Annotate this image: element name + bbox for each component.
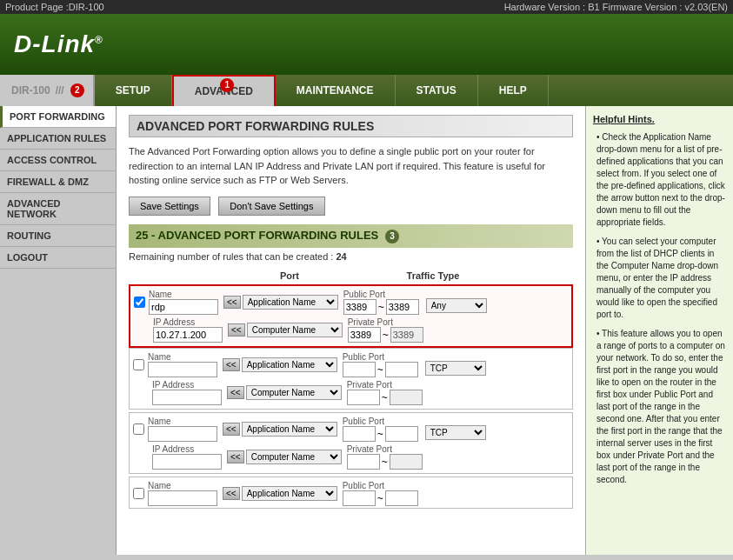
tab-status[interactable]: STATUS	[396, 75, 478, 106]
rule1-private-port-from[interactable]	[348, 327, 381, 343]
rule1-public-tilde: ~	[378, 301, 384, 313]
firmware-version-label: Hardware Version : B1 Firmware Version :…	[504, 2, 728, 12]
rule4-public-port-section: Public Port ~	[343, 481, 418, 506]
sidebar-item-logout[interactable]: LOGOUT	[0, 247, 116, 269]
rule2-app-dropdown[interactable]: Application Name	[242, 357, 337, 372]
header: D-Link®	[0, 14, 733, 75]
rule3-app-arrow[interactable]: <<	[223, 423, 240, 436]
nav-separator: ///	[56, 84, 64, 97]
rule1-public-port-inputs: ~	[343, 299, 419, 315]
rule2-ip-input[interactable]	[152, 390, 222, 405]
rule3-public-port-inputs: ~	[343, 426, 418, 442]
rule2-private-tilde: ~	[382, 391, 388, 403]
rule4-public-port-to[interactable]	[385, 490, 418, 506]
hint-3: This feature allows you to open a range …	[593, 328, 726, 486]
rule3-checkbox[interactable]	[133, 423, 144, 435]
rule-row-3: Name << Application Name Public Port ~	[129, 412, 573, 474]
rule1-checkbox[interactable]	[134, 297, 145, 308]
rule2-ip-row: IP Address << Computer Name Private Port…	[152, 380, 569, 405]
hints-panel: Helpful Hints. Check the Application Nam…	[585, 106, 733, 555]
rule3-ip-input[interactable]	[152, 454, 222, 470]
col-header-name	[146, 270, 233, 281]
rule1-computer-arrow[interactable]: <<	[228, 323, 245, 337]
rule3-public-port-to[interactable]	[385, 426, 418, 442]
tab-setup[interactable]: SETUP	[95, 75, 172, 106]
rule1-private-port-to[interactable]	[390, 327, 423, 343]
rule3-app-dropdown[interactable]: Application Name	[242, 422, 337, 437]
rule1-ip-row: IP Address << Computer Name Private Port…	[153, 317, 568, 343]
sidebar-item-port-forwarding[interactable]: PORT FORWARDING	[0, 106, 116, 128]
rule4-public-port-inputs: ~	[343, 490, 418, 506]
rule4-app-arrow[interactable]: <<	[223, 487, 240, 500]
rule2-private-port-inputs: ~	[347, 390, 423, 405]
rule3-private-port-from[interactable]	[347, 454, 380, 470]
rule1-app-dropdown[interactable]: Application Name	[243, 295, 338, 310]
tab-maintenance[interactable]: MAINTENANCE	[276, 75, 396, 106]
rule1-name-input[interactable]	[149, 299, 218, 315]
rule2-public-port-section: Public Port ~	[343, 352, 418, 377]
rule-row-1: Name << Application Name Public Port ~	[129, 284, 573, 348]
rule2-traffic-dropdown[interactable]: TCP Any UDP	[425, 361, 486, 376]
rule3-private-port-to[interactable]	[390, 454, 423, 470]
sidebar-item-advanced-network[interactable]: ADVANCED NETWORK	[0, 193, 116, 225]
dont-save-settings-button[interactable]: Don't Save Settings	[218, 197, 324, 216]
sidebar-item-routing[interactable]: ROUTING	[0, 225, 116, 247]
rules-heading: 25 - ADVANCED PORT FORWARDING RULES 3	[129, 224, 573, 248]
rule2-private-port-from[interactable]	[347, 390, 380, 405]
rule4-checkbox[interactable]	[133, 488, 144, 499]
rule3-traffic-dropdown[interactable]: TCP Any UDP	[425, 425, 486, 440]
rule3-private-port-inputs: ~	[347, 454, 423, 470]
remaining-count: Remaining number of rules that can be cr…	[129, 251, 573, 262]
rule2-public-port-inputs: ~	[343, 362, 418, 377]
rule4-name-row: Name << Application Name Public Port ~	[133, 481, 569, 506]
rule1-app-arrow[interactable]: <<	[223, 296, 241, 309]
rule4-name-input[interactable]	[148, 490, 217, 506]
rule1-public-port-from[interactable]	[343, 299, 376, 315]
sidebar: PORT FORWARDING APPLICATION RULES ACCESS…	[0, 106, 117, 555]
device-label: DIR-100	[11, 84, 50, 97]
rule2-app-arrow[interactable]: <<	[223, 358, 240, 371]
rule2-ip-label: IP Address	[152, 380, 222, 390]
logo-text: D-Link®	[14, 30, 103, 58]
rule2-ip-section: IP Address	[152, 380, 222, 405]
tab-advanced[interactable]: 1 ADVANCED	[172, 75, 276, 106]
col-header-port: Port	[233, 270, 346, 281]
rule4-name-label: Name	[148, 481, 217, 490]
rule4-public-port-from[interactable]	[343, 490, 376, 506]
sidebar-item-firewall-dmz[interactable]: FIREWALL & DMZ	[0, 171, 116, 193]
rule2-public-port-to[interactable]	[385, 362, 418, 377]
rule2-name-input[interactable]	[148, 362, 217, 377]
rule3-computer-arrow[interactable]: <<	[227, 450, 244, 463]
rule1-public-port-to[interactable]	[386, 299, 419, 315]
rules-container: Name << Application Name Public Port ~	[129, 284, 573, 509]
rule1-ip-input[interactable]	[153, 327, 223, 343]
rule2-computer-arrow[interactable]: <<	[227, 386, 244, 399]
rule3-ip-row: IP Address << Computer Name Private Port…	[152, 444, 569, 470]
sidebar-item-application-rules[interactable]: APPLICATION RULES	[0, 128, 116, 150]
rule2-computer-dropdown[interactable]: Computer Name	[246, 385, 342, 400]
save-settings-button[interactable]: Save Settings	[129, 197, 210, 216]
rule1-computer-dropdown[interactable]: Computer Name	[247, 323, 343, 337]
rule-row-4: Name << Application Name Public Port ~	[129, 477, 573, 509]
rule3-name-input[interactable]	[148, 426, 217, 442]
rule3-private-port-section: Private Port ~	[347, 444, 423, 470]
col-header-traffic: Traffic Type	[398, 270, 468, 281]
tab-help[interactable]: HELP	[478, 75, 549, 106]
rule3-public-port-from[interactable]	[343, 426, 376, 442]
rule4-app-dropdown[interactable]: Application Name	[242, 486, 337, 501]
rule1-name-section: Name	[149, 290, 218, 315]
rule1-private-port-label: Private Port	[348, 317, 423, 327]
hint-1: Check the Application Name drop-down men…	[593, 131, 726, 229]
rule2-checkbox[interactable]	[133, 359, 144, 370]
rule2-public-port-from[interactable]	[343, 362, 376, 377]
rule-row-2: Name << Application Name Public Port ~	[129, 348, 573, 410]
rule3-name-section: Name	[148, 417, 217, 442]
rule3-public-tilde: ~	[377, 428, 383, 440]
rule1-name-label: Name	[149, 290, 218, 299]
sidebar-item-access-control[interactable]: ACCESS CONTROL	[0, 150, 116, 171]
rule1-public-port-section: Public Port ~	[343, 290, 419, 315]
rule2-private-port-to[interactable]	[390, 390, 423, 405]
rule3-private-port-label: Private Port	[347, 444, 423, 454]
rule1-traffic-dropdown[interactable]: Any TCP UDP	[426, 298, 487, 313]
rule3-computer-dropdown[interactable]: Computer Name	[246, 450, 342, 464]
